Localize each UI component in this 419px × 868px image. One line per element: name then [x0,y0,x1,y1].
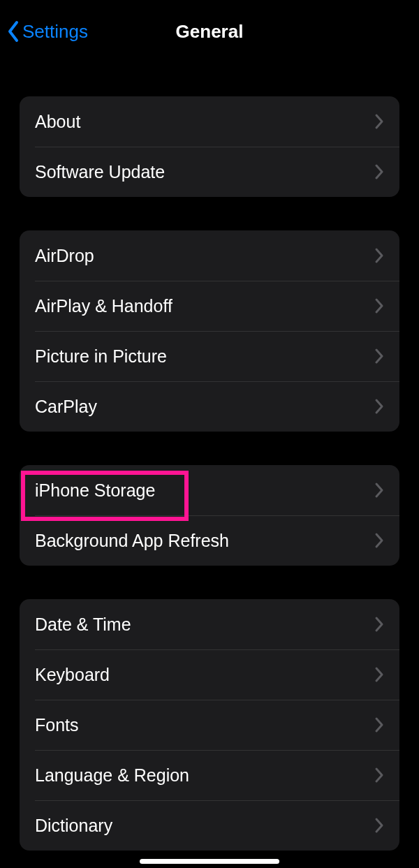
row-airplay-handoff[interactable]: AirPlay & Handoff [20,281,399,331]
row-dictionary[interactable]: Dictionary [20,800,399,851]
row-carplay[interactable]: CarPlay [20,381,399,432]
navbar: Settings General [0,0,419,63]
chevron-right-icon [374,348,384,365]
chevron-right-icon [374,716,384,733]
row-software-update[interactable]: Software Update [20,147,399,197]
row-label: AirPlay & Handoff [35,296,172,316]
row-language-region[interactable]: Language & Region [20,750,399,800]
chevron-right-icon [374,163,384,180]
chevron-right-icon [374,113,384,130]
row-about[interactable]: About [20,96,399,147]
row-label: Software Update [35,162,165,182]
chevron-right-icon [374,666,384,683]
row-airdrop[interactable]: AirDrop [20,230,399,281]
row-picture-in-picture[interactable]: Picture in Picture [20,331,399,381]
row-label: Language & Region [35,765,189,786]
settings-list: AboutSoftware UpdateAirDropAirPlay & Han… [0,96,419,851]
row-iphone-storage[interactable]: iPhone Storage [20,465,399,515]
back-button[interactable]: Settings [7,0,88,63]
chevron-left-icon [7,20,20,43]
chevron-right-icon [374,767,384,784]
row-keyboard[interactable]: Keyboard [20,649,399,700]
row-label: Dictionary [35,816,112,836]
chevron-right-icon [374,532,384,549]
row-fonts[interactable]: Fonts [20,700,399,750]
row-background-app-refresh[interactable]: Background App Refresh [20,515,399,566]
row-label: About [35,112,80,132]
row-label: AirDrop [35,246,94,266]
chevron-right-icon [374,616,384,633]
row-label: Keyboard [35,665,110,685]
settings-group: iPhone StorageBackground App Refresh [20,465,399,566]
page-title: General [176,21,244,43]
home-indicator[interactable] [140,859,279,864]
chevron-right-icon [374,817,384,834]
row-label: Picture in Picture [35,346,167,367]
chevron-right-icon [374,398,384,415]
row-label: iPhone Storage [35,480,155,501]
back-label: Settings [22,21,88,43]
chevron-right-icon [374,482,384,499]
settings-group: AboutSoftware Update [20,96,399,197]
settings-group: AirDropAirPlay & HandoffPicture in Pictu… [20,230,399,432]
row-label: Date & Time [35,615,131,635]
row-label: CarPlay [35,397,97,417]
chevron-right-icon [374,247,384,264]
row-label: Fonts [35,715,79,735]
row-label: Background App Refresh [35,531,229,551]
chevron-right-icon [374,297,384,314]
row-date-time[interactable]: Date & Time [20,599,399,649]
settings-group: Date & TimeKeyboardFontsLanguage & Regio… [20,599,399,851]
